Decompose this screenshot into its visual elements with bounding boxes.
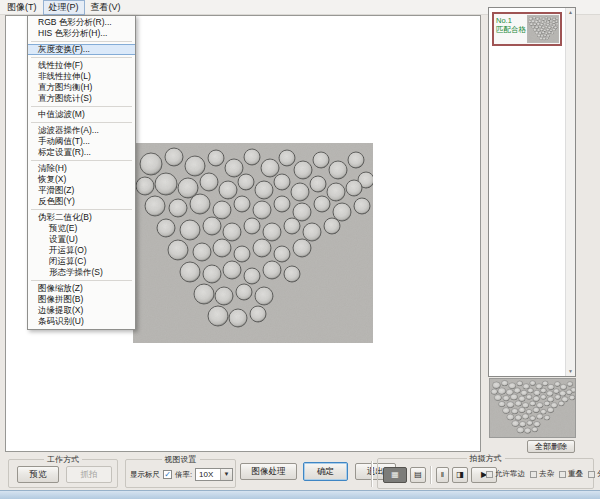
particle-svg	[528, 16, 559, 42]
chevron-down-icon[interactable]: ▼	[220, 469, 232, 480]
menu-item[interactable]: 恢复(X)	[28, 174, 135, 185]
capture-mode-group: 拍摄方式 ▦▤‖◨▶ 允许靠边去杂重叠分割	[377, 458, 594, 489]
window-bottom-band	[0, 490, 600, 499]
menu-item[interactable]: 灰度变换(F)...	[28, 44, 135, 55]
menu-process[interactable]: 处理(P)	[43, 0, 85, 15]
option-box-icon[interactable]	[530, 471, 537, 478]
option-label: 去杂	[539, 469, 554, 479]
menu-item[interactable]: 图像拼图(B)	[28, 294, 135, 305]
menu-image[interactable]: 图像(T)	[1, 0, 43, 15]
menu-separator	[31, 41, 132, 42]
menu-item[interactable]: 条码识别(U)	[28, 316, 135, 327]
menu-item[interactable]: 中值滤波(M)	[28, 109, 135, 120]
menu-item[interactable]: 伪彩二值化(B)	[28, 212, 135, 223]
menu-separator	[31, 57, 132, 58]
item-number: No.1	[496, 16, 526, 25]
scroll-down-icon[interactable]: ▼	[566, 367, 575, 376]
menu-item[interactable]: 非线性拉伸(L)	[28, 71, 135, 82]
list-item[interactable]: No.1 匹配合格	[492, 12, 562, 46]
ok-button[interactable]: 确定	[303, 462, 348, 481]
image-process-button[interactable]: 图像处理	[240, 463, 297, 480]
ruler-label: 显示标尺	[130, 470, 160, 480]
capture-mode-label: 拍摄方式	[467, 453, 505, 464]
menu-item[interactable]: 图像缩放(Z)	[28, 283, 135, 294]
capture-option[interactable]: 分割	[588, 469, 600, 479]
view-settings-group: 视图设置 显示标尺 ✓ 倍率: 10X ▼	[125, 459, 236, 488]
menu-item[interactable]: 直方图统计(S)	[28, 93, 135, 104]
menu-item[interactable]: 直方图均衡(H)	[28, 82, 135, 93]
delete-all-button[interactable]: 全部删除	[527, 440, 575, 453]
capture-option[interactable]: 允许靠边	[486, 469, 525, 479]
menu-item[interactable]: 设置(U)	[28, 234, 135, 245]
menu-item[interactable]: 预览(E)	[28, 223, 135, 234]
list-item-label: No.1 匹配合格	[494, 14, 526, 44]
option-box-icon[interactable]	[559, 471, 566, 478]
stamp-icon[interactable]: ▤	[410, 467, 426, 483]
menu-item[interactable]: RGB 色彩分析(R)...	[28, 17, 135, 28]
toolbar-divider	[371, 461, 373, 487]
process-menu-dropdown: RGB 色彩分析(R)...HIS 色彩分析(H)...灰度变换(F)...线性…	[27, 15, 136, 330]
list-item-thumbnail	[527, 15, 559, 43]
work-mode-label: 工作方式	[44, 454, 82, 465]
image-list[interactable]: No.1 匹配合格 ▲ ▼	[488, 7, 576, 377]
menu-separator	[31, 106, 132, 107]
menu-item[interactable]: 标定设置(R)...	[28, 147, 135, 158]
menu-item[interactable]: 开运算(O)	[28, 245, 135, 256]
menu-separator	[31, 280, 132, 281]
menu-item[interactable]: 形态学操作(S)	[28, 267, 135, 278]
particle-image	[133, 143, 373, 343]
menu-item[interactable]: 滤波器操作(A)...	[28, 125, 135, 136]
menu-item[interactable]: 反色图(Y)	[28, 196, 135, 207]
menu-item[interactable]: 边缘提取(X)	[28, 305, 135, 316]
magnification-select[interactable]: 10X ▼	[195, 468, 233, 481]
tool-separator	[430, 466, 432, 484]
list-scrollbar[interactable]: ▲ ▼	[565, 8, 575, 376]
zoom-label: 倍率:	[175, 470, 192, 480]
capture-option[interactable]: 重叠	[559, 469, 583, 479]
menu-item[interactable]: 闭运算(C)	[28, 256, 135, 267]
menu-view[interactable]: 查看(V)	[85, 0, 127, 15]
preview-button[interactable]: 预览	[17, 466, 59, 483]
item-status: 匹配合格	[496, 25, 526, 34]
menu-item[interactable]: HIS 色彩分析(H)...	[28, 28, 135, 39]
menu-item[interactable]: 清除(H)	[28, 163, 135, 174]
menu-item[interactable]: 线性拉伸(F)	[28, 60, 135, 71]
contrast-icon[interactable]: ◨	[452, 467, 468, 483]
pause-icon[interactable]: ‖	[436, 467, 449, 483]
preview-thumbnail	[489, 378, 576, 438]
option-box-icon[interactable]	[486, 471, 493, 478]
menu-separator	[31, 122, 132, 123]
option-box-icon[interactable]	[588, 471, 595, 478]
menu-item[interactable]: 平滑图(Z)	[28, 185, 135, 196]
grid-icon[interactable]: ▦	[383, 467, 407, 483]
work-mode-group: 工作方式 预览 抓拍	[8, 459, 118, 488]
capture-button[interactable]: 抓拍	[66, 466, 112, 483]
app-window: 图像(T) 处理(P) 查看(V) RGB 色彩分析(R)...HIS 色彩分析…	[0, 0, 600, 499]
capture-option[interactable]: 去杂	[530, 469, 554, 479]
particle-svg	[490, 379, 576, 438]
view-settings-label: 视图设置	[162, 454, 200, 465]
menu-separator	[31, 160, 132, 161]
menu-item[interactable]: 手动阈值(T)...	[28, 136, 135, 147]
capture-tools: ▦▤‖◨▶	[383, 466, 497, 484]
option-label: 重叠	[568, 469, 583, 479]
scroll-up-icon[interactable]: ▲	[566, 8, 575, 17]
capture-options: 允许靠边去杂重叠分割	[486, 469, 600, 479]
particle-svg	[133, 143, 373, 343]
magnification-value: 10X	[199, 470, 213, 479]
option-label: 允许靠边	[495, 469, 525, 479]
menu-separator	[31, 209, 132, 210]
ruler-checkbox[interactable]: ✓	[163, 470, 172, 479]
